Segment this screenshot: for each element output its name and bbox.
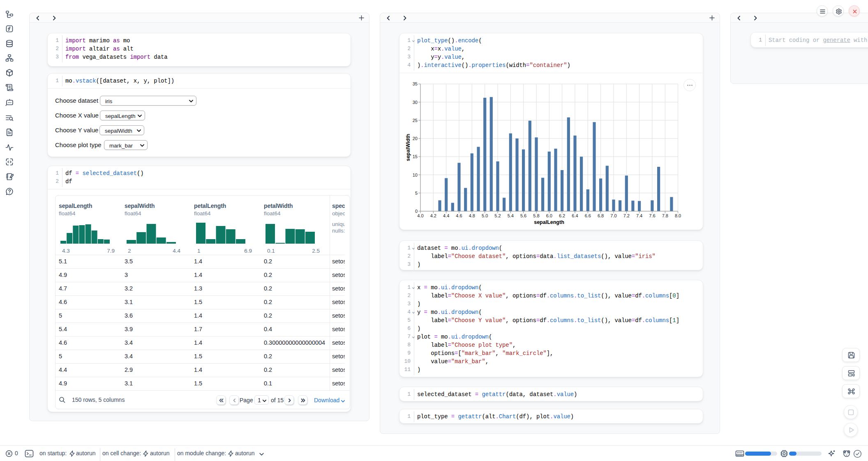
svg-text:7.2: 7.2 [623, 213, 630, 218]
svg-text:4.0: 4.0 [417, 213, 423, 218]
svg-text:35: 35 [413, 81, 418, 86]
svg-text:5.4: 5.4 [508, 213, 514, 218]
svg-text:8.0: 8.0 [675, 213, 681, 218]
svg-text:4.8: 4.8 [469, 213, 475, 218]
svg-text:4.6: 4.6 [456, 213, 462, 218]
svg-text:15: 15 [413, 154, 418, 159]
svg-text:7.6: 7.6 [649, 213, 655, 218]
svg-text:5.6: 5.6 [520, 213, 526, 218]
svg-text:25: 25 [413, 118, 418, 123]
svg-text:0: 0 [415, 209, 418, 214]
svg-text:5: 5 [415, 191, 418, 196]
svg-text:7.0: 7.0 [610, 213, 616, 218]
svg-text:5.0: 5.0 [482, 213, 488, 218]
svg-text:7.4: 7.4 [636, 213, 642, 218]
svg-text:sepalLength: sepalLength [534, 219, 564, 225]
svg-text:20: 20 [413, 136, 418, 141]
svg-text:5.2: 5.2 [494, 213, 501, 218]
svg-text:4.4: 4.4 [443, 213, 449, 218]
svg-text:30: 30 [413, 100, 418, 105]
svg-text:7.8: 7.8 [662, 213, 668, 218]
svg-text:10: 10 [413, 173, 418, 177]
svg-text:sepalWidth: sepalWidth [405, 134, 411, 161]
svg-text:6.6: 6.6 [585, 213, 591, 218]
svg-text:6.2: 6.2 [559, 213, 565, 218]
svg-text:5.8: 5.8 [533, 213, 539, 218]
svg-text:6.4: 6.4 [572, 213, 578, 218]
svg-text:4.2: 4.2 [430, 213, 436, 218]
svg-text:6.8: 6.8 [598, 213, 604, 218]
svg-text:6.0: 6.0 [546, 213, 552, 218]
